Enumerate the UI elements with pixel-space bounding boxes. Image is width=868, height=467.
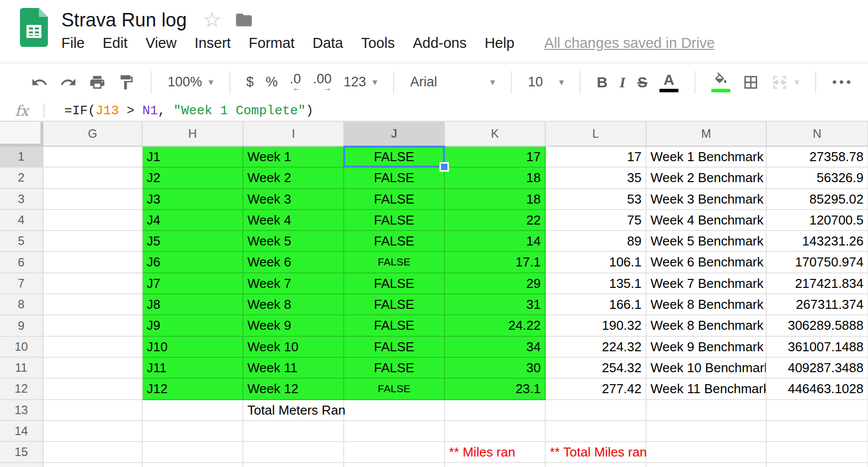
cell-K11[interactable]: 30 bbox=[445, 358, 546, 379]
cell-L14[interactable] bbox=[546, 421, 647, 442]
cell-G4[interactable] bbox=[43, 210, 143, 231]
cell-L8[interactable]: 166.1 bbox=[546, 294, 647, 315]
column-header-L[interactable]: L bbox=[546, 122, 647, 147]
cell-K[interactable] bbox=[445, 463, 546, 467]
cell-I5[interactable]: Week 5 bbox=[243, 231, 344, 252]
text-color-button[interactable]: A bbox=[659, 72, 678, 92]
cell-N6[interactable]: 170750.974 bbox=[767, 252, 868, 273]
cell-H2[interactable]: J2 bbox=[143, 168, 243, 189]
borders-button[interactable] bbox=[742, 74, 759, 91]
row-header-5[interactable]: 5 bbox=[0, 231, 43, 252]
cell-K10[interactable]: 34 bbox=[445, 337, 546, 358]
cell-G1[interactable] bbox=[43, 147, 143, 168]
menu-item-file[interactable]: File bbox=[61, 33, 94, 53]
cell-H5[interactable]: J5 bbox=[143, 231, 243, 252]
row-header-1[interactable]: 1 bbox=[0, 147, 43, 168]
cell-M7[interactable]: Week 7 Benchmark bbox=[647, 273, 767, 294]
row-header-15[interactable]: 15 bbox=[0, 442, 43, 463]
cell-N11[interactable]: 409287.3488 bbox=[767, 358, 868, 379]
row-header-12[interactable]: 12 bbox=[0, 379, 43, 400]
strikethrough-button[interactable]: S bbox=[638, 74, 648, 91]
cell-I14[interactable] bbox=[243, 421, 344, 442]
select-all-corner[interactable] bbox=[0, 122, 43, 147]
cell-K7[interactable]: 29 bbox=[445, 273, 546, 294]
cell-I8[interactable]: Week 8 bbox=[243, 294, 344, 315]
cell-M3[interactable]: Week 3 Benchmark bbox=[647, 189, 767, 210]
cell-J14[interactable] bbox=[344, 421, 445, 442]
column-header-H[interactable]: H bbox=[143, 122, 243, 147]
cell-N12[interactable]: 446463.1028 bbox=[767, 379, 868, 400]
cell-M13[interactable] bbox=[647, 400, 767, 421]
cell-G11[interactable] bbox=[43, 358, 143, 379]
increase-decimal-button[interactable]: .00→ bbox=[313, 73, 332, 92]
cell-K5[interactable]: 14 bbox=[445, 231, 546, 252]
cell-N9[interactable]: 306289.5888 bbox=[767, 315, 868, 336]
cell-I10[interactable]: Week 10 bbox=[243, 337, 344, 358]
cell-H7[interactable]: J7 bbox=[143, 273, 243, 294]
cell-L7[interactable]: 135.1 bbox=[546, 273, 647, 294]
cell-N14[interactable] bbox=[767, 421, 868, 442]
fill-color-button[interactable] bbox=[711, 72, 730, 92]
cell-J12[interactable]: FALSE bbox=[344, 379, 445, 400]
cell-N5[interactable]: 143231.26 bbox=[767, 231, 868, 252]
cell-K9[interactable]: 24.22 bbox=[445, 315, 546, 336]
menu-item-format[interactable]: Format bbox=[240, 33, 304, 53]
cell-I12[interactable]: Week 12 bbox=[243, 379, 344, 400]
row-header-8[interactable]: 8 bbox=[0, 294, 43, 315]
cell-H8[interactable]: J8 bbox=[143, 294, 243, 315]
cell-L10[interactable]: 224.32 bbox=[546, 337, 647, 358]
cell-I11[interactable]: Week 11 bbox=[243, 358, 344, 379]
cell-H12[interactable]: J12 bbox=[143, 379, 243, 400]
cell-G8[interactable] bbox=[43, 294, 143, 315]
cell-J8[interactable]: FALSE bbox=[344, 294, 445, 315]
cell-M14[interactable] bbox=[647, 421, 767, 442]
cell-N15[interactable] bbox=[767, 442, 868, 463]
row-header-9[interactable]: 9 bbox=[0, 315, 43, 336]
format-currency-button[interactable]: $ bbox=[246, 74, 254, 90]
cell-J11[interactable]: FALSE bbox=[344, 358, 445, 379]
cell-G7[interactable] bbox=[43, 273, 143, 294]
cell-L5[interactable]: 89 bbox=[546, 231, 647, 252]
font-size-select[interactable]: 10 ▾ bbox=[528, 74, 564, 90]
cell-M11[interactable]: Week 10 Benchmark bbox=[647, 358, 767, 379]
decrease-decimal-button[interactable]: .0← bbox=[290, 73, 301, 92]
cell-G2[interactable] bbox=[43, 168, 143, 189]
cell-H11[interactable]: J11 bbox=[143, 358, 243, 379]
menu-item-data[interactable]: Data bbox=[303, 33, 352, 53]
cell-G15[interactable] bbox=[43, 442, 143, 463]
number-format-menu[interactable]: 123 ▾ bbox=[344, 74, 378, 90]
row-header-2[interactable]: 2 bbox=[0, 168, 43, 189]
cell-N3[interactable]: 85295.02 bbox=[767, 189, 868, 210]
column-header-N[interactable]: N bbox=[767, 122, 868, 147]
cell-G14[interactable] bbox=[43, 421, 143, 442]
cell-G12[interactable] bbox=[43, 379, 143, 400]
cell-L13[interactable] bbox=[546, 400, 647, 421]
italic-button[interactable]: I bbox=[620, 74, 626, 91]
cell-K2[interactable]: 18 bbox=[445, 168, 546, 189]
cell-G3[interactable] bbox=[43, 189, 143, 210]
cell-J5[interactable]: FALSE bbox=[344, 231, 445, 252]
row-header-7[interactable]: 7 bbox=[0, 273, 43, 294]
cell-N1[interactable]: 27358.78 bbox=[767, 147, 868, 168]
cell-N4[interactable]: 120700.5 bbox=[767, 210, 868, 231]
cell-K15[interactable]: ** Miles ran bbox=[445, 442, 546, 463]
cell-L12[interactable]: 277.42 bbox=[546, 379, 647, 400]
cell-L3[interactable]: 53 bbox=[546, 189, 647, 210]
cell-J1[interactable]: FALSE bbox=[344, 147, 445, 168]
cell-L9[interactable]: 190.32 bbox=[546, 315, 647, 336]
cell-M2[interactable]: Week 2 Benchmark bbox=[647, 168, 767, 189]
cell-I7[interactable]: Week 7 bbox=[243, 273, 344, 294]
column-header-K[interactable]: K bbox=[445, 122, 546, 147]
cell-G13[interactable] bbox=[43, 400, 143, 421]
cell-N7[interactable]: 217421.834 bbox=[767, 273, 868, 294]
row-header-10[interactable]: 10 bbox=[0, 337, 43, 358]
cell-I3[interactable]: Week 3 bbox=[243, 189, 344, 210]
cell-H[interactable] bbox=[143, 463, 243, 467]
cell-N[interactable] bbox=[767, 463, 868, 467]
column-header-G[interactable]: G bbox=[43, 122, 143, 147]
cell-H1[interactable]: J1 bbox=[143, 147, 243, 168]
cell-J6[interactable]: FALSE bbox=[344, 252, 445, 273]
undo-icon[interactable] bbox=[31, 74, 48, 91]
cell-I9[interactable]: Week 9 bbox=[243, 315, 344, 336]
cell-K3[interactable]: 18 bbox=[445, 189, 546, 210]
